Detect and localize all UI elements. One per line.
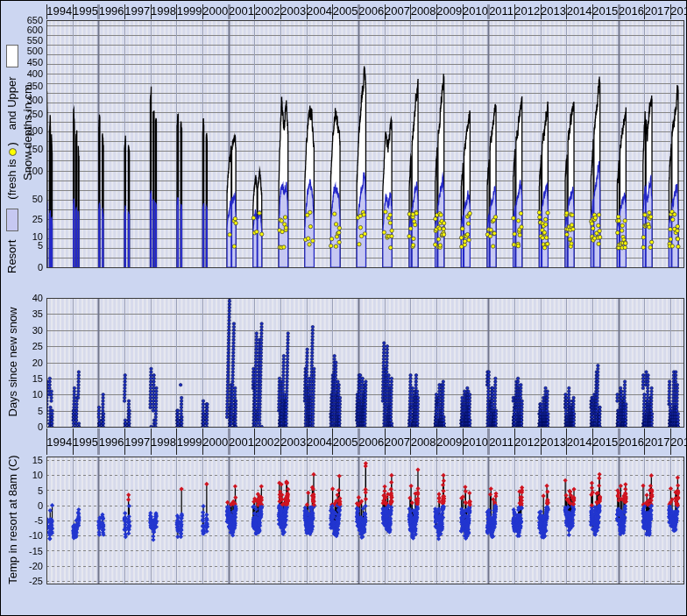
snow-ytick: 500 xyxy=(13,46,43,56)
year-label: 2000 xyxy=(202,4,229,18)
temp-ytick: -10 xyxy=(13,530,43,541)
year-label: 2005 xyxy=(332,4,358,18)
year-label: 2017 xyxy=(644,4,670,18)
temp-ytick: 15 xyxy=(13,455,43,465)
year-label: 1997 xyxy=(124,435,151,449)
year-label: 2015 xyxy=(592,435,619,449)
snow-ytick: 5 xyxy=(13,240,43,251)
year-label: 2014 xyxy=(566,4,592,18)
snow-ytick: 150 xyxy=(13,144,43,154)
year-label: 2015 xyxy=(592,4,619,18)
temp-ytick: -20 xyxy=(13,561,43,571)
year-label: 2003 xyxy=(280,4,307,18)
year-label: 2005 xyxy=(332,435,358,449)
year-label: 1996 xyxy=(98,435,124,449)
year-label: 2016 xyxy=(619,435,645,449)
snow-ytick: 250 xyxy=(13,109,43,119)
year-label: 2012 xyxy=(514,435,541,449)
year-label: 1998 xyxy=(151,435,177,449)
year-label: 1995 xyxy=(73,435,99,449)
year-label: 2017 xyxy=(644,435,670,449)
days-ytick: 0 xyxy=(13,421,43,432)
year-label: 2009 xyxy=(436,435,463,449)
year-label: 2018 xyxy=(670,4,687,18)
year-label: 2002 xyxy=(254,435,280,449)
days-ytick: 5 xyxy=(13,406,43,416)
days-ytick: 30 xyxy=(13,325,43,336)
year-label: 2007 xyxy=(385,435,411,449)
days-ytick: 10 xyxy=(13,389,43,400)
days-ytick: 15 xyxy=(13,373,43,384)
days-ytick: 35 xyxy=(13,308,43,319)
days-ytick: 20 xyxy=(13,358,43,368)
snow-ytick: 300 xyxy=(13,95,43,105)
snow-history-chart: Resort(fresh is)and Upper Snow depths in… xyxy=(0,0,687,616)
snow-ytick: 400 xyxy=(13,68,43,79)
year-label: 2018 xyxy=(670,435,687,449)
year-label: 2000 xyxy=(202,435,229,449)
snow-ytick: 450 xyxy=(13,57,43,67)
temp-ytick: -5 xyxy=(13,515,43,526)
chart-canvas xyxy=(1,1,687,616)
year-label: 1997 xyxy=(124,4,151,18)
year-label: 1996 xyxy=(98,4,124,18)
year-label: 2013 xyxy=(541,435,567,449)
days-ytick: 25 xyxy=(13,341,43,351)
year-label: 2009 xyxy=(436,4,463,18)
year-label: 1994 xyxy=(46,4,73,18)
year-label: 1999 xyxy=(176,435,202,449)
snow-ytick: 100 xyxy=(13,166,43,176)
temp-ytick: 10 xyxy=(13,470,43,480)
year-label: 2007 xyxy=(385,4,411,18)
year-label: 2002 xyxy=(254,4,280,18)
snow-ytick: 25 xyxy=(13,214,43,224)
year-label: 2010 xyxy=(463,4,489,18)
year-label: 2014 xyxy=(566,435,592,449)
year-label: 1999 xyxy=(176,4,202,18)
year-label: 2001 xyxy=(229,435,255,449)
snow-ytick: 200 xyxy=(13,125,43,136)
year-label: 2008 xyxy=(410,435,436,449)
snow-ytick: 550 xyxy=(13,35,43,46)
year-label: 2013 xyxy=(541,4,567,18)
snow-ytick: 600 xyxy=(13,25,43,35)
snow-ytick: 0 xyxy=(13,262,43,273)
year-label: 2010 xyxy=(463,435,489,449)
year-label: 2008 xyxy=(410,4,436,18)
year-label: 1998 xyxy=(151,4,177,18)
year-label: 2006 xyxy=(358,435,385,449)
temp-ytick: -15 xyxy=(13,546,43,556)
year-label: 2011 xyxy=(488,435,514,449)
year-label: 2004 xyxy=(307,4,333,18)
snow-ytick: 50 xyxy=(13,194,43,204)
year-label: 2001 xyxy=(229,4,255,18)
year-label: 2003 xyxy=(280,435,307,449)
year-label: 1995 xyxy=(73,4,99,18)
snow-ytick: 350 xyxy=(13,81,43,91)
year-label: 2016 xyxy=(619,4,645,18)
temp-ytick: -25 xyxy=(13,576,43,586)
temp-ytick: 0 xyxy=(13,500,43,511)
year-label: 1994 xyxy=(46,435,73,449)
days-ytick: 40 xyxy=(13,293,43,303)
year-label: 2011 xyxy=(488,4,514,18)
year-label: 2012 xyxy=(514,4,541,18)
year-label: 2006 xyxy=(358,4,385,18)
temp-ytick: 5 xyxy=(13,485,43,496)
year-label: 2004 xyxy=(307,435,333,449)
